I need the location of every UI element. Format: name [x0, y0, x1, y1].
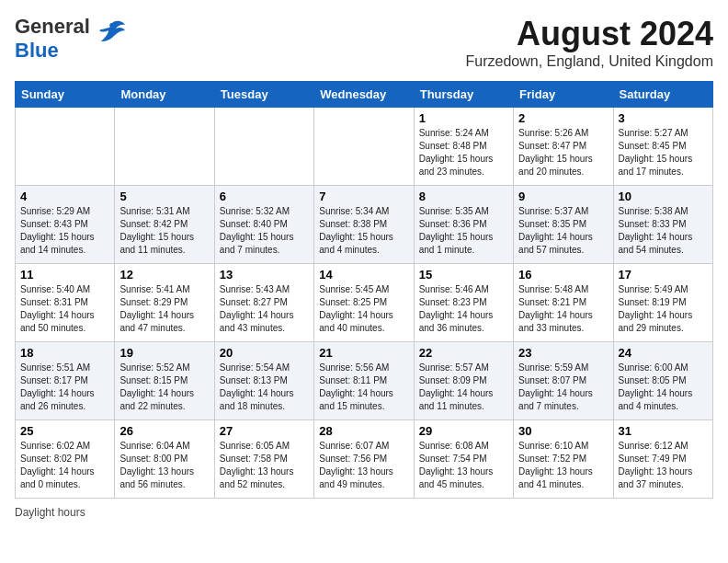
day-number: 2 [518, 111, 608, 125]
day-number: 21 [319, 346, 408, 360]
day-number: 23 [518, 346, 608, 360]
day-info: Sunrise: 5:37 AM Sunset: 8:35 PM Dayligh… [518, 205, 608, 257]
day-info: Sunrise: 5:29 AM Sunset: 8:43 PM Dayligh… [20, 205, 109, 257]
col-header-tuesday: Tuesday [214, 82, 313, 108]
day-info: Sunrise: 5:32 AM Sunset: 8:40 PM Dayligh… [220, 205, 309, 257]
day-number: 12 [119, 268, 209, 282]
week-row-4: 18Sunrise: 5:51 AM Sunset: 8:17 PM Dayli… [16, 342, 713, 420]
day-number: 20 [220, 346, 309, 360]
day-info: Sunrise: 5:46 AM Sunset: 8:23 PM Dayligh… [419, 283, 508, 335]
calendar-cell [214, 108, 313, 186]
day-number: 14 [319, 268, 408, 282]
calendar-cell: 7Sunrise: 5:34 AM Sunset: 8:38 PM Daylig… [314, 186, 414, 264]
day-info: Sunrise: 5:24 AM Sunset: 8:48 PM Dayligh… [419, 127, 508, 178]
calendar-cell: 8Sunrise: 5:35 AM Sunset: 8:36 PM Daylig… [414, 186, 513, 264]
page-header: General Blue August 2024 Furzedown, Engl… [15, 15, 713, 70]
calendar-cell: 19Sunrise: 5:52 AM Sunset: 8:15 PM Dayli… [115, 342, 214, 420]
col-header-thursday: Thursday [414, 82, 513, 108]
logo-general: General [15, 15, 90, 38]
calendar-cell: 10Sunrise: 5:38 AM Sunset: 8:33 PM Dayli… [613, 186, 712, 264]
calendar-body: 1Sunrise: 5:24 AM Sunset: 8:48 PM Daylig… [16, 108, 713, 499]
calendar-cell: 16Sunrise: 5:48 AM Sunset: 8:21 PM Dayli… [514, 264, 613, 342]
calendar-cell: 1Sunrise: 5:24 AM Sunset: 8:48 PM Daylig… [414, 108, 513, 186]
day-number: 9 [518, 190, 608, 203]
calendar-cell: 22Sunrise: 5:57 AM Sunset: 8:09 PM Dayli… [414, 342, 513, 420]
calendar-cell: 31Sunrise: 6:12 AM Sunset: 7:49 PM Dayli… [613, 420, 712, 499]
day-number: 10 [619, 190, 708, 203]
calendar-cell [314, 108, 414, 186]
calendar-header: SundayMondayTuesdayWednesdayThursdayFrid… [16, 82, 713, 108]
day-number: 11 [20, 268, 109, 282]
day-info: Sunrise: 6:02 AM Sunset: 8:02 PM Dayligh… [20, 440, 109, 491]
day-info: Sunrise: 5:27 AM Sunset: 8:45 PM Dayligh… [619, 127, 708, 178]
calendar-cell: 2Sunrise: 5:26 AM Sunset: 8:47 PM Daylig… [514, 108, 613, 186]
day-info: Sunrise: 5:57 AM Sunset: 8:09 PM Dayligh… [419, 362, 508, 413]
day-number: 28 [319, 424, 408, 438]
calendar-cell [16, 108, 115, 186]
day-info: Sunrise: 6:10 AM Sunset: 7:52 PM Dayligh… [518, 440, 608, 491]
day-info: Sunrise: 5:34 AM Sunset: 8:38 PM Dayligh… [319, 205, 408, 257]
calendar-cell: 29Sunrise: 6:08 AM Sunset: 7:54 PM Dayli… [414, 420, 513, 499]
calendar-cell: 12Sunrise: 5:41 AM Sunset: 8:29 PM Dayli… [115, 264, 214, 342]
title-block: August 2024 Furzedown, England, United K… [466, 15, 714, 70]
day-number: 17 [619, 268, 708, 282]
calendar-cell: 23Sunrise: 5:59 AM Sunset: 8:07 PM Dayli… [514, 342, 613, 420]
calendar-cell: 6Sunrise: 5:32 AM Sunset: 8:40 PM Daylig… [214, 186, 313, 264]
main-title: August 2024 [466, 15, 714, 53]
day-number: 15 [419, 268, 508, 282]
day-number: 3 [619, 111, 708, 125]
day-number: 30 [518, 424, 608, 438]
footer-note: Daylight hours [15, 506, 713, 519]
day-info: Sunrise: 6:08 AM Sunset: 7:54 PM Dayligh… [419, 440, 508, 491]
day-info: Sunrise: 5:45 AM Sunset: 8:25 PM Dayligh… [319, 283, 408, 335]
calendar-cell [115, 108, 214, 186]
week-row-1: 1Sunrise: 5:24 AM Sunset: 8:48 PM Daylig… [16, 108, 713, 186]
day-info: Sunrise: 6:00 AM Sunset: 8:05 PM Dayligh… [619, 362, 708, 413]
calendar-cell: 26Sunrise: 6:04 AM Sunset: 8:00 PM Dayli… [115, 420, 214, 499]
day-info: Sunrise: 5:31 AM Sunset: 8:42 PM Dayligh… [119, 205, 209, 257]
day-info: Sunrise: 5:38 AM Sunset: 8:33 PM Dayligh… [619, 205, 708, 257]
day-number: 26 [119, 424, 209, 438]
col-header-wednesday: Wednesday [314, 82, 414, 108]
day-number: 6 [220, 190, 309, 203]
col-header-sunday: Sunday [16, 82, 115, 108]
day-info: Sunrise: 5:43 AM Sunset: 8:27 PM Dayligh… [220, 283, 309, 335]
day-info: Sunrise: 5:51 AM Sunset: 8:17 PM Dayligh… [20, 362, 109, 413]
day-number: 24 [619, 346, 708, 360]
day-info: Sunrise: 6:04 AM Sunset: 8:00 PM Dayligh… [119, 440, 209, 491]
calendar-cell: 3Sunrise: 5:27 AM Sunset: 8:45 PM Daylig… [613, 108, 712, 186]
calendar-cell: 11Sunrise: 5:40 AM Sunset: 8:31 PM Dayli… [16, 264, 115, 342]
logo-blue: Blue [15, 39, 59, 62]
day-number: 5 [119, 190, 209, 203]
col-header-monday: Monday [115, 82, 214, 108]
day-info: Sunrise: 6:07 AM Sunset: 7:56 PM Dayligh… [319, 440, 408, 491]
calendar-cell: 17Sunrise: 5:49 AM Sunset: 8:19 PM Dayli… [613, 264, 712, 342]
calendar-table: SundayMondayTuesdayWednesdayThursdayFrid… [15, 81, 713, 499]
calendar-cell: 30Sunrise: 6:10 AM Sunset: 7:52 PM Dayli… [514, 420, 613, 499]
col-header-friday: Friday [514, 82, 613, 108]
day-info: Sunrise: 5:26 AM Sunset: 8:47 PM Dayligh… [518, 127, 608, 178]
day-number: 31 [619, 424, 708, 438]
day-info: Sunrise: 5:56 AM Sunset: 8:11 PM Dayligh… [319, 362, 408, 413]
day-info: Sunrise: 6:12 AM Sunset: 7:49 PM Dayligh… [619, 440, 708, 491]
subtitle: Furzedown, England, United Kingdom [466, 53, 714, 70]
day-info: Sunrise: 5:52 AM Sunset: 8:15 PM Dayligh… [119, 362, 209, 413]
calendar-cell: 18Sunrise: 5:51 AM Sunset: 8:17 PM Dayli… [16, 342, 115, 420]
week-row-5: 25Sunrise: 6:02 AM Sunset: 8:02 PM Dayli… [16, 420, 713, 499]
day-number: 7 [319, 190, 408, 203]
calendar-cell: 15Sunrise: 5:46 AM Sunset: 8:23 PM Dayli… [414, 264, 513, 342]
week-row-3: 11Sunrise: 5:40 AM Sunset: 8:31 PM Dayli… [16, 264, 713, 342]
daylight-label: Daylight hours [15, 506, 85, 519]
calendar-cell: 4Sunrise: 5:29 AM Sunset: 8:43 PM Daylig… [16, 186, 115, 264]
calendar-cell: 13Sunrise: 5:43 AM Sunset: 8:27 PM Dayli… [214, 264, 313, 342]
day-number: 27 [220, 424, 309, 438]
day-number: 19 [119, 346, 209, 360]
day-number: 18 [20, 346, 109, 360]
day-info: Sunrise: 5:40 AM Sunset: 8:31 PM Dayligh… [20, 283, 109, 335]
calendar-cell: 20Sunrise: 5:54 AM Sunset: 8:13 PM Dayli… [214, 342, 313, 420]
day-number: 29 [419, 424, 508, 438]
day-info: Sunrise: 6:05 AM Sunset: 7:58 PM Dayligh… [220, 440, 309, 491]
day-info: Sunrise: 5:35 AM Sunset: 8:36 PM Dayligh… [419, 205, 508, 257]
calendar-cell: 5Sunrise: 5:31 AM Sunset: 8:42 PM Daylig… [115, 186, 214, 264]
calendar-cell: 27Sunrise: 6:05 AM Sunset: 7:58 PM Dayli… [214, 420, 313, 499]
